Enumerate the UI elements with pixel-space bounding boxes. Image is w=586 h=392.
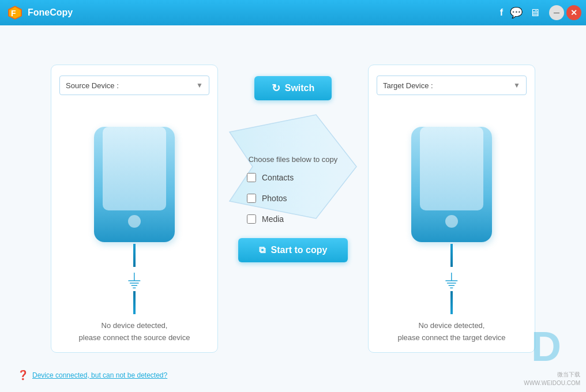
switch-label: Switch [285, 83, 315, 93]
titlebar: F FoneCopy f 💬 🖥 ─ ✕ [0, 0, 586, 25]
media-label: Media [262, 214, 284, 224]
source-dropdown-arrow: ▼ [196, 81, 203, 89]
photos-checkbox[interactable] [247, 194, 256, 203]
target-no-device-text: No device detected, please connect the t… [397, 320, 505, 344]
source-device-panel: Source Device : ▼ ⏚ No device detected, … [51, 65, 218, 353]
target-no-device-line1: No device detected, [397, 320, 505, 332]
photos-checkbox-item[interactable]: Photos [247, 194, 287, 203]
source-no-device-line1: No device detected, [79, 320, 190, 332]
target-phone-body [411, 127, 492, 242]
contacts-checkbox[interactable] [247, 173, 256, 182]
target-usb-icon: ⏚ [445, 267, 458, 291]
source-usb-icon: ⏚ [128, 267, 141, 291]
target-device-panel: Target Device : ▼ ⏚ No device detected, … [368, 65, 535, 353]
files-section: Choose files below to copy Contacts Phot… [247, 155, 339, 235]
middle-section: ↻ Switch Choos [218, 65, 368, 353]
media-checkbox-item[interactable]: Media [247, 214, 284, 224]
target-phone-illustration [403, 112, 501, 239]
target-usb-cable [450, 244, 453, 267]
device-help-link[interactable]: Device connected, but can not be detecte… [32, 371, 167, 379]
source-phone-screen [103, 127, 166, 210]
middle-content: ↻ Switch Choos [218, 65, 368, 353]
target-phone-home [445, 215, 458, 228]
target-dropdown-label: Target Device : [383, 81, 433, 90]
svg-text:D: D [531, 323, 561, 370]
target-no-device-line2: please connect the target device [397, 332, 505, 344]
target-usb-connector: ⏚ [445, 244, 458, 314]
contacts-label: Contacts [262, 173, 294, 182]
screen-icon[interactable]: 🖥 [529, 7, 540, 19]
contacts-checkbox-item[interactable]: Contacts [247, 173, 294, 182]
media-checkbox[interactable] [247, 214, 256, 224]
app-logo: F FoneCopy [7, 5, 73, 21]
switch-button[interactable]: ↻ Switch [254, 76, 332, 100]
target-usb-cable2 [450, 291, 453, 314]
window-controls: ─ ✕ [549, 5, 581, 20]
choose-files-title: Choose files below to copy [247, 155, 339, 164]
logo-icon: F [7, 5, 23, 21]
bottom-help-link: ❓ Device connected, but can not be detec… [17, 370, 167, 380]
help-icon: ❓ [17, 370, 29, 380]
start-copy-button[interactable]: ⧉ Start to copy [238, 238, 348, 262]
app-title: FoneCopy [28, 7, 73, 18]
source-phone-illustration [85, 112, 183, 239]
watermark-url: WWW.WEIDOU.COM [524, 380, 580, 386]
source-dropdown-label: Source Device : [66, 81, 119, 90]
source-usb-cable [133, 244, 136, 267]
copy-icon: ⧉ [259, 245, 265, 255]
target-device-dropdown[interactable]: Target Device : ▼ [377, 76, 527, 95]
target-dropdown-arrow: ▼ [513, 81, 520, 89]
source-usb-connector: ⏚ [128, 244, 141, 314]
source-phone-home [128, 215, 141, 228]
close-button[interactable]: ✕ [566, 5, 581, 20]
switch-icon: ↻ [272, 82, 280, 95]
social-icons: f 💬 🖥 [500, 6, 540, 19]
photos-label: Photos [262, 194, 287, 203]
start-copy-label: Start to copy [271, 245, 328, 255]
chat-icon[interactable]: 💬 [510, 6, 523, 19]
watermark-brand: 微当下载 [557, 371, 580, 379]
facebook-icon[interactable]: f [500, 7, 503, 18]
watermark: D 微当下载 WWW.WEIDOU.COM [524, 323, 580, 386]
svg-text:F: F [11, 9, 16, 18]
source-usb-cable2 [133, 291, 136, 314]
source-device-dropdown[interactable]: Source Device : ▼ [59, 76, 209, 95]
main-content: Source Device : ▼ ⏚ No device detected, … [0, 25, 586, 392]
source-no-device-text: No device detected, please connect the s… [79, 320, 190, 344]
watermark-logo-svg: D [528, 323, 580, 370]
minimize-button[interactable]: ─ [549, 5, 564, 20]
source-phone-body [94, 127, 175, 242]
source-no-device-line2: please connect the source device [79, 332, 190, 344]
target-phone-screen [420, 127, 483, 210]
arrow-files-container: Choose files below to copy Contacts Phot… [224, 109, 362, 227]
